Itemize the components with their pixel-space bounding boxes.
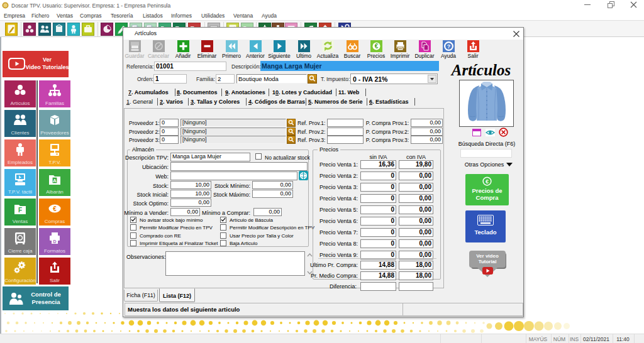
svg-text:F: F <box>18 207 22 214</box>
svg-text:?: ? <box>447 43 450 50</box>
svg-text:€: € <box>374 43 378 50</box>
svg-text:€: € <box>53 205 57 212</box>
svg-text:D: D <box>53 239 56 244</box>
svg-text:€: € <box>486 178 489 185</box>
svg-text:A: A <box>53 178 57 183</box>
